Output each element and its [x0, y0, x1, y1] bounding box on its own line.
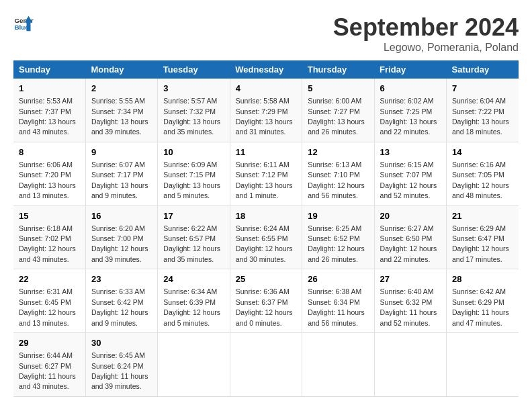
day-sunset: Sunset: 6:52 PM: [308, 234, 360, 242]
logo: General Blue: [13, 13, 34, 34]
day-daylight: Daylight: 13 hours and 18 minutes.: [452, 118, 509, 136]
day-sunset: Sunset: 6:39 PM: [163, 298, 216, 306]
day-sunrise: Sunrise: 6:02 AM: [380, 97, 434, 105]
day-daylight: Daylight: 11 hours and 56 minutes.: [308, 308, 365, 326]
day-number: 24: [163, 273, 224, 285]
day-number: 12: [308, 146, 368, 158]
day-sunset: Sunset: 7:27 PM: [308, 107, 360, 116]
calendar-cell: 8Sunrise: 6:06 AMSunset: 7:20 PMDaylight…: [13, 142, 85, 205]
day-daylight: Daylight: 13 hours and 13 minutes.: [19, 181, 76, 199]
day-sunrise: Sunrise: 6:36 AM: [236, 287, 290, 295]
day-number: 6: [380, 83, 441, 95]
calendar-cell: 28Sunrise: 6:42 AMSunset: 6:29 PMDayligh…: [447, 269, 519, 333]
title-area: September 2024 Legowo, Pomerania, Poland: [333, 13, 519, 54]
calendar-cell: 19Sunrise: 6:25 AMSunset: 6:52 PMDayligh…: [302, 205, 374, 269]
day-daylight: Daylight: 12 hours and 22 minutes.: [380, 244, 437, 263]
header-monday: Monday: [85, 60, 157, 79]
day-number: 20: [380, 210, 441, 222]
calendar-cell: 24Sunrise: 6:34 AMSunset: 6:39 PMDayligh…: [158, 269, 230, 333]
calendar-cell: 16Sunrise: 6:20 AMSunset: 7:00 PMDayligh…: [85, 205, 157, 269]
day-number: 21: [452, 210, 513, 222]
day-daylight: Daylight: 13 hours and 35 minutes.: [163, 118, 220, 136]
day-number: 1: [19, 83, 80, 95]
day-number: 13: [380, 146, 441, 158]
calendar-title: September 2024: [333, 13, 519, 42]
day-number: 19: [308, 210, 368, 222]
day-daylight: Daylight: 13 hours and 5 minutes.: [163, 181, 220, 199]
calendar-cell: 9Sunrise: 6:07 AMSunset: 7:17 PMDaylight…: [85, 142, 157, 205]
day-number: 8: [19, 146, 80, 158]
day-sunset: Sunset: 6:24 PM: [91, 362, 144, 370]
day-sunset: Sunset: 6:29 PM: [452, 298, 504, 306]
calendar-cell: 25Sunrise: 6:36 AMSunset: 6:37 PMDayligh…: [230, 269, 302, 333]
day-sunrise: Sunrise: 6:06 AM: [19, 161, 73, 169]
day-number: 14: [452, 146, 513, 158]
calendar-header-row: Sunday Monday Tuesday Wednesday Thursday…: [13, 60, 519, 79]
day-sunset: Sunset: 6:47 PM: [452, 234, 504, 242]
day-daylight: Daylight: 12 hours and 17 minutes.: [452, 244, 509, 263]
day-daylight: Daylight: 13 hours and 26 minutes.: [308, 118, 365, 136]
calendar-cell: 27Sunrise: 6:40 AMSunset: 6:32 PMDayligh…: [374, 269, 446, 333]
day-sunrise: Sunrise: 5:58 AM: [236, 97, 290, 105]
day-sunrise: Sunrise: 6:42 AM: [452, 287, 506, 295]
day-daylight: Daylight: 13 hours and 43 minutes.: [19, 118, 76, 136]
day-number: 9: [91, 146, 152, 158]
calendar-cell: 22Sunrise: 6:31 AMSunset: 6:45 PMDayligh…: [13, 269, 85, 333]
header-saturday: Saturday: [447, 60, 519, 79]
calendar-table: Sunday Monday Tuesday Wednesday Thursday…: [13, 60, 519, 397]
day-number: 22: [19, 273, 80, 285]
calendar-cell: 21Sunrise: 6:29 AMSunset: 6:47 PMDayligh…: [447, 205, 519, 269]
calendar-cell: 1Sunrise: 5:53 AMSunset: 7:37 PMDaylight…: [13, 79, 85, 142]
calendar-cell: [158, 333, 230, 397]
calendar-subtitle: Legowo, Pomerania, Poland: [333, 42, 519, 54]
week-row: 15Sunrise: 6:18 AMSunset: 7:02 PMDayligh…: [13, 205, 519, 269]
day-daylight: Daylight: 12 hours and 56 minutes.: [308, 181, 365, 199]
calendar-cell: 5Sunrise: 6:00 AMSunset: 7:27 PMDaylight…: [302, 79, 374, 142]
day-sunrise: Sunrise: 6:11 AM: [236, 161, 290, 169]
day-sunset: Sunset: 7:17 PM: [91, 171, 144, 179]
day-sunrise: Sunrise: 6:31 AM: [19, 287, 73, 295]
day-sunrise: Sunrise: 6:00 AM: [308, 97, 361, 105]
calendar-cell: 26Sunrise: 6:38 AMSunset: 6:34 PMDayligh…: [302, 269, 374, 333]
day-daylight: Daylight: 12 hours and 0 minutes.: [236, 308, 293, 326]
day-sunset: Sunset: 6:42 PM: [91, 298, 144, 306]
day-sunrise: Sunrise: 6:24 AM: [236, 224, 290, 232]
day-sunset: Sunset: 7:22 PM: [452, 107, 504, 116]
day-daylight: Daylight: 12 hours and 52 minutes.: [380, 181, 437, 199]
day-sunrise: Sunrise: 6:04 AM: [452, 97, 506, 105]
day-sunrise: Sunrise: 6:29 AM: [452, 224, 506, 232]
day-sunrise: Sunrise: 6:33 AM: [91, 287, 145, 295]
day-daylight: Daylight: 12 hours and 26 minutes.: [308, 244, 365, 263]
day-sunrise: Sunrise: 6:13 AM: [308, 161, 361, 169]
day-sunrise: Sunrise: 6:40 AM: [380, 287, 434, 295]
day-number: 15: [19, 210, 80, 222]
day-sunrise: Sunrise: 6:22 AM: [163, 224, 217, 232]
header-tuesday: Tuesday: [158, 60, 230, 79]
day-number: 11: [236, 146, 296, 158]
day-sunset: Sunset: 7:02 PM: [19, 234, 71, 242]
day-daylight: Daylight: 13 hours and 39 minutes.: [91, 118, 148, 136]
day-sunset: Sunset: 7:00 PM: [91, 234, 144, 242]
day-sunrise: Sunrise: 6:44 AM: [19, 351, 73, 359]
day-number: 30: [91, 337, 152, 349]
calendar-cell: 7Sunrise: 6:04 AMSunset: 7:22 PMDaylight…: [447, 79, 519, 142]
header-sunday: Sunday: [13, 60, 85, 79]
day-sunset: Sunset: 7:05 PM: [452, 171, 504, 179]
week-row: 29Sunrise: 6:44 AMSunset: 6:27 PMDayligh…: [13, 333, 519, 397]
calendar-cell: 15Sunrise: 6:18 AMSunset: 7:02 PMDayligh…: [13, 205, 85, 269]
calendar-cell: [447, 333, 519, 397]
day-daylight: Daylight: 13 hours and 31 minutes.: [236, 118, 293, 136]
day-sunset: Sunset: 6:57 PM: [163, 234, 216, 242]
day-daylight: Daylight: 12 hours and 39 minutes.: [91, 244, 148, 263]
day-sunrise: Sunrise: 6:09 AM: [163, 161, 217, 169]
day-sunrise: Sunrise: 5:55 AM: [91, 97, 145, 105]
calendar-cell: 17Sunrise: 6:22 AMSunset: 6:57 PMDayligh…: [158, 205, 230, 269]
day-number: 2: [91, 83, 152, 95]
day-sunset: Sunset: 6:50 PM: [380, 234, 433, 242]
calendar-cell: 13Sunrise: 6:15 AMSunset: 7:07 PMDayligh…: [374, 142, 446, 205]
day-sunrise: Sunrise: 6:25 AM: [308, 224, 361, 232]
day-daylight: Daylight: 12 hours and 13 minutes.: [19, 308, 76, 326]
day-number: 16: [91, 210, 152, 222]
day-sunrise: Sunrise: 6:18 AM: [19, 224, 73, 232]
day-daylight: Daylight: 11 hours and 52 minutes.: [380, 308, 437, 326]
